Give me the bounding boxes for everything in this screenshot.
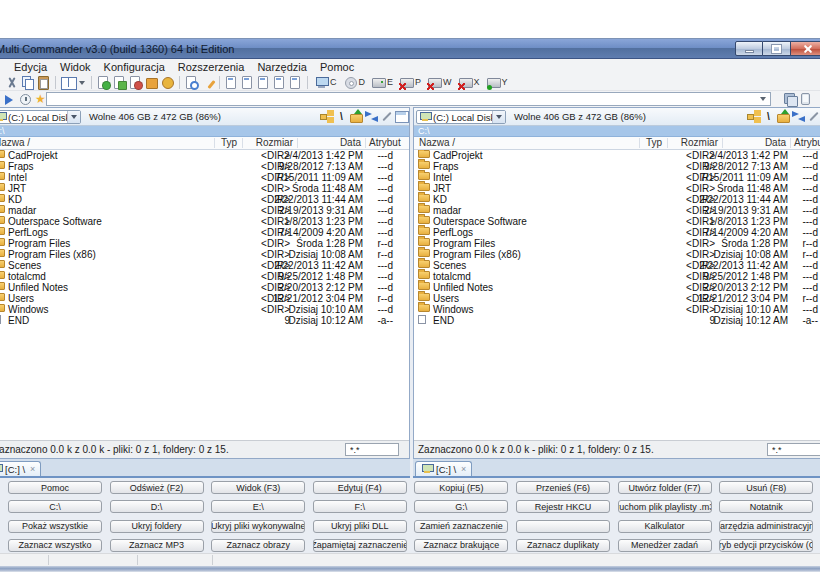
column-header-date[interactable]: Data <box>724 137 786 149</box>
function-button[interactable]: Kopiuj (F5) <box>414 481 508 494</box>
column-header-date[interactable]: Data <box>299 137 361 149</box>
function-button[interactable]: Usuń (F8) <box>719 481 813 494</box>
function-button[interactable]: Widok (F3) <box>211 481 305 494</box>
function-button[interactable]: Zaznacz obrazy <box>211 539 305 552</box>
close-button[interactable] <box>791 41 820 56</box>
column-header-size[interactable]: Rozmiar <box>229 137 293 149</box>
file-row[interactable]: Outerspace Software<DIR>1/8/2013 1:23 PM… <box>414 216 820 227</box>
function-button[interactable]: Pokaż wszystkie <box>8 520 102 533</box>
select-wand-icon[interactable] <box>379 109 394 124</box>
tab-close-icon[interactable]: × <box>30 464 35 474</box>
filter-input[interactable] <box>767 443 820 456</box>
file-row[interactable]: END9Dzisiaj 10:12 AM-a-- <box>0 315 409 326</box>
dropdown-arrow-icon[interactable] <box>492 111 505 123</box>
function-button[interactable]: Zamień zaznaczenie <box>414 520 508 533</box>
history-clock-icon[interactable] <box>20 94 31 105</box>
function-button[interactable]: Ukryj pliki DLL <box>313 520 407 533</box>
file-row[interactable]: Scenes<DIR>2/22/2013 11:42 AM---d <box>0 260 409 271</box>
tab-close-icon[interactable]: × <box>461 464 466 474</box>
function-button[interactable]: Tryb edycji przycisków (Or <box>719 539 813 552</box>
folder-up-icon[interactable] <box>776 109 791 124</box>
function-button[interactable]: Zaznacz brakujące <box>414 539 508 552</box>
function-button[interactable]: Rejestr HKCU <box>516 500 610 513</box>
file-row[interactable]: Users<DIR>12/21/2012 3:04 PMr--d <box>0 293 409 304</box>
drive-x-button[interactable]: X <box>456 75 483 90</box>
drive-c-button[interactable]: C <box>312 75 340 90</box>
file-row[interactable]: Program Files (x86)<DIR>Dzisiaj 10:08 AM… <box>414 249 820 260</box>
left-path-bar[interactable]: C:\ <box>0 126 409 137</box>
file-row[interactable]: Scenes<DIR>2/22/2013 11:42 AM---d <box>414 260 820 271</box>
file-row[interactable]: CadProjekt<DIR>2/4/2013 1:42 PM---d <box>414 150 820 161</box>
filter-input[interactable] <box>345 443 399 456</box>
function-button[interactable]: C:\ <box>8 500 102 513</box>
doc-tool-icon-4[interactable] <box>272 75 287 90</box>
tablet-icon[interactable] <box>801 93 810 105</box>
function-button[interactable]: Zapamiętaj zaznaczenie <box>313 539 407 552</box>
function-button[interactable]: Notatnik <box>719 500 813 513</box>
doc-tool-icon-5[interactable] <box>288 75 303 90</box>
file-row[interactable]: JRT<DIR>Środa 11:48 AM---d <box>414 183 820 194</box>
folder-tree-icon[interactable] <box>319 109 334 124</box>
dropdown-arrow-icon[interactable] <box>67 111 80 123</box>
root-backslash-icon[interactable]: \ <box>334 109 349 124</box>
menu-item-konfiguracja[interactable]: Konfiguracja <box>104 61 165 73</box>
view-grid-icon[interactable] <box>394 109 409 124</box>
function-button[interactable]: D:\ <box>110 500 204 513</box>
file-row[interactable]: Program Files<DIR>Środa 1:28 PMr--d <box>0 238 409 249</box>
function-button[interactable]: Zaznacz duplikaty <box>516 539 610 552</box>
select-wand-icon[interactable] <box>806 109 820 124</box>
file-row[interactable]: KD<DIR>2/22/2013 11:44 AM---d <box>0 194 409 205</box>
column-header-name[interactable]: Nazwa / <box>419 137 455 149</box>
file-row[interactable]: PerfLogs<DIR>7/14/2009 4:20 AM---d <box>0 227 409 238</box>
doc-tool-icon-2[interactable] <box>240 75 255 90</box>
function-button[interactable]: Zaznacz MP3 <box>110 539 204 552</box>
column-header-name[interactable]: Nazwa / <box>0 137 30 149</box>
drive-e-button[interactable]: E <box>369 75 396 90</box>
drive-d-button[interactable]: D <box>341 75 369 90</box>
doc-tool-icon-1[interactable] <box>224 75 239 90</box>
column-header-size[interactable]: Rozmiar <box>654 137 718 149</box>
file-row[interactable]: Windows<DIR>Dzisiaj 10:10 AM---d <box>414 304 820 315</box>
folder-up-icon[interactable] <box>349 109 364 124</box>
maximize-button[interactable] <box>763 41 791 56</box>
copy-icon[interactable] <box>20 75 35 90</box>
function-button[interactable]: Pomoc <box>8 481 102 494</box>
function-button[interactable]: Ukryj pliki wykonywalne <box>211 520 305 533</box>
folder-tree-icon[interactable] <box>746 109 761 124</box>
address-combo[interactable] <box>46 92 771 106</box>
left-drive-selector[interactable]: (C:) Local Disk <box>0 110 81 124</box>
column-header-attr[interactable]: Atrybut <box>369 137 401 149</box>
function-button[interactable]: F:\ <box>313 500 407 513</box>
file-row[interactable]: madar<DIR>2/19/2013 9:31 AM---d <box>414 205 820 216</box>
menu-item-widok[interactable]: Widok <box>60 61 91 73</box>
function-button[interactable]: Kalkulator <box>618 520 712 533</box>
drive-w-button[interactable]: W <box>425 75 455 90</box>
layers-icon[interactable] <box>784 93 796 105</box>
function-button[interactable]: Ukryj foldery <box>110 520 204 533</box>
function-button[interactable]: Odśwież (F2) <box>110 481 204 494</box>
swap-panels-icon[interactable] <box>791 109 806 124</box>
file-row[interactable]: totalcmd<DIR>9/25/2012 1:48 PM---d <box>0 271 409 282</box>
unpack-archive-icon[interactable] <box>160 75 175 90</box>
file-row[interactable]: KD<DIR>2/22/2013 11:44 AM---d <box>414 194 820 205</box>
function-button-empty[interactable] <box>516 520 610 533</box>
doc-tool-icon-3[interactable] <box>256 75 271 90</box>
file-row[interactable]: Intel<DIR>7/15/2011 11:09 AM---d <box>0 172 409 183</box>
function-button[interactable]: Zaznacz wszystko <box>8 539 102 552</box>
cut-icon[interactable] <box>4 75 19 90</box>
titlebar[interactable]: Multi Commander v3.0 (build 1360) 64 bit… <box>0 39 820 59</box>
file-row[interactable]: Users<DIR>12/21/2012 3:04 PMr--d <box>414 293 820 304</box>
tab-c-drive[interactable]: [C:] \ × <box>0 461 41 476</box>
panel-layout-icon[interactable] <box>60 75 77 90</box>
favorites-star-icon[interactable]: ★ <box>35 91 46 108</box>
tab-c-drive[interactable]: [C:] \ × <box>415 461 472 476</box>
drive-p-button[interactable]: P <box>397 75 424 90</box>
edit-file-icon[interactable] <box>200 75 215 90</box>
new-file-icon[interactable] <box>96 75 111 90</box>
file-row[interactable]: Unfiled Notes<DIR>2/20/2013 2:12 PM---d <box>414 282 820 293</box>
function-button[interactable]: Narzędzia administracyjne <box>719 520 813 533</box>
file-row[interactable]: Fraps<DIR>9/28/2012 7:13 AM---d <box>0 161 409 172</box>
file-row[interactable]: Program Files<DIR>Środa 1:28 PMr--d <box>414 238 820 249</box>
function-button[interactable]: Menedżer zadań <box>618 539 712 552</box>
back-arrow-icon[interactable] <box>5 95 13 105</box>
